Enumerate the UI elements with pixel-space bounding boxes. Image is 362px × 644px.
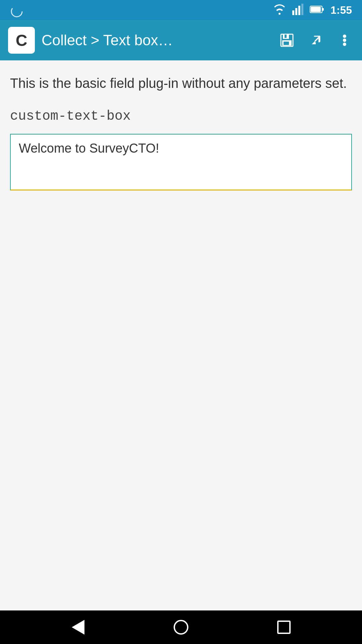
share-button[interactable] [306, 31, 325, 50]
svg-rect-2 [295, 8, 297, 15]
status-bar: 1:55 [0, 0, 362, 20]
signal-icon [292, 4, 304, 16]
wifi-icon [273, 4, 286, 16]
battery-icon [310, 5, 324, 15]
field-name: custom-text-box [10, 109, 352, 124]
text-input[interactable] [19, 141, 343, 181]
svg-rect-3 [298, 6, 300, 15]
home-button[interactable] [171, 617, 191, 637]
svg-rect-12 [285, 35, 287, 38]
svg-rect-4 [301, 4, 303, 15]
svg-rect-6 [322, 8, 324, 11]
description-text: This is the basic field plug-in without … [10, 74, 352, 93]
status-time: 1:55 [330, 4, 352, 16]
app-bar-title: Collect > Text box… [42, 32, 271, 49]
svg-point-0 [11, 6, 22, 17]
save-button[interactable] [278, 31, 296, 50]
app-bar: C Collect > Text box… [0, 20, 362, 60]
svg-point-17 [343, 43, 346, 46]
more-options-button[interactable] [335, 31, 354, 50]
nav-bar [0, 610, 362, 644]
svg-rect-1 [292, 10, 294, 15]
recent-button[interactable] [274, 617, 294, 637]
app-logo: C [8, 27, 35, 54]
svg-rect-7 [311, 7, 321, 12]
app-bar-actions [278, 31, 354, 50]
main-content: This is the basic field plug-in without … [0, 60, 362, 610]
svg-rect-11 [284, 42, 289, 45]
back-button[interactable] [68, 617, 88, 637]
svg-point-16 [343, 39, 346, 42]
svg-point-15 [343, 35, 346, 38]
text-input-wrapper[interactable] [10, 134, 352, 191]
spinner-icon [10, 5, 23, 19]
